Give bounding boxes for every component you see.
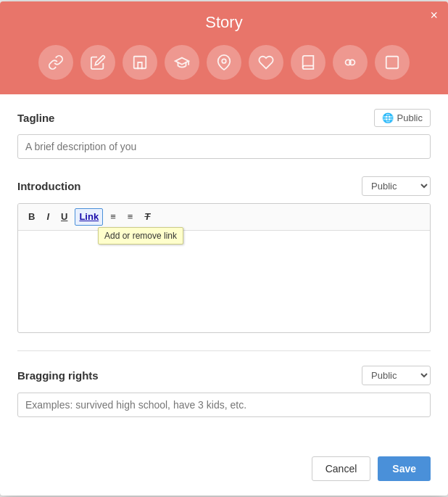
tagline-section: Tagline 🌐 Public bbox=[17, 109, 431, 159]
nav-icon-2[interactable] bbox=[123, 45, 157, 80]
introduction-label: Introduction bbox=[17, 180, 80, 192]
link-tooltip: Add or remove link bbox=[98, 227, 183, 245]
bragging-label: Bragging rights bbox=[17, 369, 99, 382]
italic-button[interactable]: I bbox=[42, 208, 54, 226]
editor-container: B I U Link ≡ ≡ T Add or remove link bbox=[17, 203, 431, 333]
tagline-input[interactable] bbox=[17, 134, 431, 159]
introduction-privacy-select[interactable]: Public Private bbox=[362, 176, 431, 196]
svg-rect-4 bbox=[386, 57, 399, 69]
introduction-editor[interactable] bbox=[18, 231, 430, 332]
divider bbox=[17, 350, 431, 351]
tagline-privacy-button[interactable]: 🌐 Public bbox=[374, 109, 431, 127]
bragging-section: Bragging rights Public Private bbox=[17, 366, 431, 417]
nav-icon-6[interactable] bbox=[291, 45, 325, 80]
nav-icon-4[interactable] bbox=[207, 45, 241, 80]
bold-button[interactable]: B bbox=[24, 208, 39, 226]
nav-icon-3[interactable] bbox=[165, 45, 199, 80]
nav-icon-8[interactable] bbox=[375, 45, 410, 80]
introduction-header: Introduction Public Private bbox=[17, 176, 431, 196]
save-button[interactable]: Save bbox=[378, 456, 431, 481]
nav-icon-0[interactable] bbox=[38, 45, 73, 80]
tagline-privacy-label: Public bbox=[397, 112, 423, 123]
link-button[interactable]: Link bbox=[75, 208, 103, 226]
bragging-input[interactable] bbox=[17, 393, 431, 417]
introduction-section: Introduction Public Private B I U Link ≡… bbox=[17, 176, 431, 333]
nav-icon-7[interactable] bbox=[333, 45, 368, 80]
modal-body: Tagline 🌐 Public Introduction Public Pri… bbox=[0, 94, 448, 449]
strikethrough-button[interactable]: T bbox=[140, 208, 154, 226]
tagline-label: Tagline bbox=[17, 112, 54, 124]
ordered-list-button[interactable]: ≡ bbox=[106, 208, 120, 226]
bragging-header: Bragging rights Public Private bbox=[17, 366, 431, 385]
bragging-privacy-select[interactable]: Public Private bbox=[362, 366, 431, 385]
modal-title: Story bbox=[14, 13, 434, 32]
unordered-list-button[interactable]: ≡ bbox=[123, 208, 138, 226]
nav-icon-1[interactable] bbox=[80, 45, 115, 80]
modal-footer: Cancel Save bbox=[0, 449, 448, 496]
editor-toolbar: B I U Link ≡ ≡ T Add or remove link bbox=[18, 204, 430, 231]
modal-header: × Story bbox=[0, 1, 448, 94]
svg-point-1 bbox=[222, 59, 226, 63]
icon-row bbox=[14, 45, 434, 80]
nav-icon-5[interactable] bbox=[249, 45, 283, 80]
cancel-button[interactable]: Cancel bbox=[312, 456, 371, 481]
underline-button[interactable]: U bbox=[57, 208, 72, 226]
globe-icon: 🌐 bbox=[382, 112, 394, 123]
story-modal: × Story Tagline 🌐 Public Introduction Pu bbox=[0, 1, 448, 496]
tagline-header: Tagline 🌐 Public bbox=[17, 109, 431, 127]
close-button[interactable]: × bbox=[430, 9, 438, 22]
